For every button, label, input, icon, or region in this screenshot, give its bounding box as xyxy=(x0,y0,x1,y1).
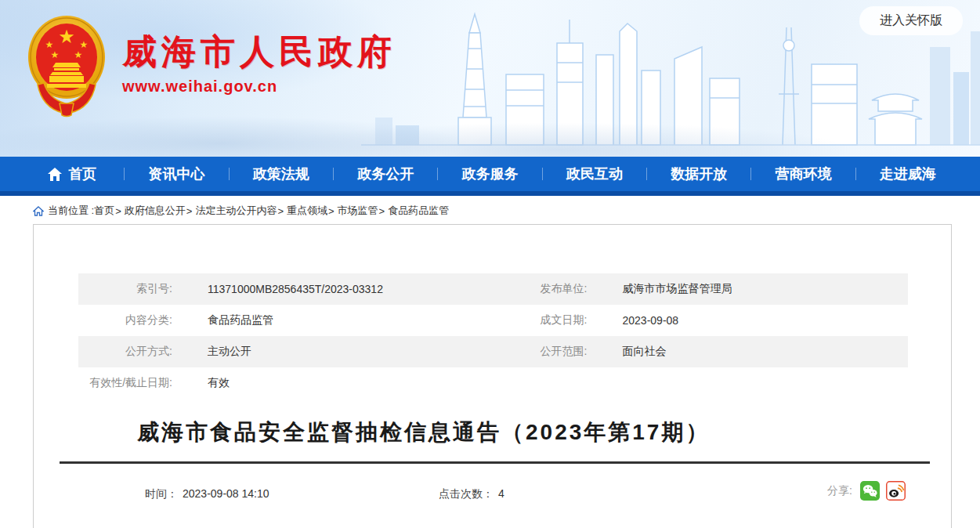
nav-item-label: 政务公开 xyxy=(357,165,414,183)
svg-text:★: ★ xyxy=(58,26,75,48)
nav-item-label: 政民互动 xyxy=(566,165,623,183)
nav-item-policies[interactable]: 政策法规 xyxy=(230,165,333,183)
nav-item-label: 政务服务 xyxy=(461,165,518,183)
wechat-share-icon[interactable] xyxy=(860,481,880,501)
nav-item-label: 资讯中心 xyxy=(148,165,204,183)
svg-text:★: ★ xyxy=(80,39,89,50)
breadcrumb-separator: > xyxy=(379,205,385,217)
doc-info-label: 有效性/截止日期: xyxy=(78,376,172,390)
nav-item-news[interactable]: 资讯中心 xyxy=(125,165,228,183)
breadcrumb-item-home[interactable]: 首页 xyxy=(94,204,114,218)
nav-item-services[interactable]: 政务服务 xyxy=(438,165,541,183)
weibo-share-icon[interactable] xyxy=(886,481,906,501)
site-logo-link[interactable]: ★ ★ ★ ★ ★ 威海市人民政府 www.weihai.gov.cn xyxy=(27,13,396,118)
article-container: 索引号: 11371000MB2856435T/2023-03312 发布单位:… xyxy=(33,224,952,528)
doc-info-label: 索引号: xyxy=(78,282,172,296)
nav-item-business[interactable]: 营商环境 xyxy=(751,165,855,183)
doc-info-value: 主动公开 xyxy=(172,345,251,359)
breadcrumb-separator: > xyxy=(328,205,335,217)
doc-info-label: 公开范围: xyxy=(494,345,588,359)
breadcrumb-item-key-areas[interactable]: 重点领域 xyxy=(287,204,327,218)
doc-info-label: 内容分类: xyxy=(78,313,172,327)
breadcrumb-item-food-drug[interactable]: 食品药品监管 xyxy=(388,204,449,218)
home-outline-icon xyxy=(33,206,44,216)
breadcrumb-separator: > xyxy=(277,205,284,217)
nav-item-label: 走进威海 xyxy=(880,165,936,183)
nav-item-open-data[interactable]: 数据开放 xyxy=(647,165,750,183)
share-bar: 分享: xyxy=(827,481,906,501)
home-icon xyxy=(48,168,62,181)
svg-text:★: ★ xyxy=(45,39,54,50)
time-label: 时间： xyxy=(145,487,178,500)
doc-info-value: 11371000MB2856435T/2023-03312 xyxy=(172,283,383,295)
breadcrumb-item-statutory[interactable]: 法定主动公开内容 xyxy=(195,204,277,218)
article-title: 威海市食品安全监督抽检信息通告（2023年第17期） xyxy=(60,418,930,447)
article-meta: 时间：2023-09-08 14:10 点击次数：4 分享: xyxy=(34,481,951,512)
doc-info-value: 2023-09-08 xyxy=(588,314,679,327)
share-label: 分享: xyxy=(827,484,852,498)
doc-info-value: 威海市市场监督管理局 xyxy=(588,282,732,296)
time-value: 2023-09-08 14:10 xyxy=(183,487,269,500)
nav-item-home[interactable]: 首页 xyxy=(20,165,124,183)
main-nav: 首页 资讯中心 政策法规 政务公开 政务服务 政民互动 数据开放 营商环境 走进… xyxy=(0,157,980,191)
breadcrumb-separator: > xyxy=(186,205,193,217)
doc-info-label: 成文日期: xyxy=(494,313,588,327)
svg-text:★: ★ xyxy=(51,49,60,60)
doc-info-row: 索引号: 11371000MB2856435T/2023-03312 发布单位:… xyxy=(78,273,908,305)
clicks-label: 点击次数： xyxy=(439,487,494,500)
nav-item-label: 数据开放 xyxy=(671,165,727,183)
doc-info-value: 食品药品监管 xyxy=(172,313,273,327)
publish-time: 时间：2023-09-08 14:10 xyxy=(145,487,269,501)
doc-info-row: 公开方式: 主动公开 公开范围: 面向社会 xyxy=(78,336,908,367)
nav-item-about-weihai[interactable]: 走进威海 xyxy=(856,165,960,183)
doc-info-label: 公开方式: xyxy=(78,345,172,359)
svg-text:★: ★ xyxy=(74,49,83,60)
doc-info-row: 有效性/截止日期: 有效 xyxy=(78,367,908,399)
click-count: 点击次数：4 xyxy=(439,487,504,501)
breadcrumb-prefix: 当前位置 : xyxy=(48,204,94,218)
article-header: 威海市食品安全监督抽检信息通告（2023年第17期） xyxy=(60,405,930,464)
doc-info-value: 有效 xyxy=(172,376,230,390)
breadcrumb-separator: > xyxy=(115,205,121,217)
nav-item-label: 首页 xyxy=(68,165,96,183)
doc-info-value: 面向社会 xyxy=(588,345,667,359)
site-header: ★ ★ ★ ★ ★ 威海市人民政府 www.weihai.gov.cn 进入关怀… xyxy=(0,0,980,157)
care-version-button[interactable]: 进入关怀版 xyxy=(859,6,963,35)
doc-info-label: 发布单位: xyxy=(494,282,588,296)
nav-item-label: 政策法规 xyxy=(253,165,309,183)
nav-item-gov-info[interactable]: 政务公开 xyxy=(334,165,437,183)
breadcrumb-item-gov-info[interactable]: 政府信息公开 xyxy=(125,204,186,218)
national-emblem-icon: ★ ★ ★ ★ ★ xyxy=(27,13,107,118)
clicks-value: 4 xyxy=(498,487,504,500)
doc-info-table: 索引号: 11371000MB2856435T/2023-03312 发布单位:… xyxy=(78,273,908,399)
breadcrumb-item-market[interactable]: 市场监管 xyxy=(338,204,378,218)
breadcrumb: 当前位置 : 首页 > 政府信息公开 > 法定主动公开内容 > 重点领域 > 市… xyxy=(0,196,980,222)
site-url: www.weihai.gov.cn xyxy=(122,78,396,96)
nav-item-label: 营商环境 xyxy=(775,165,831,183)
doc-info-row: 内容分类: 食品药品监管 成文日期: 2023-09-08 xyxy=(78,305,908,336)
nav-item-interaction[interactable]: 政民互动 xyxy=(543,165,646,183)
site-title: 威海市人民政府 xyxy=(122,33,396,71)
